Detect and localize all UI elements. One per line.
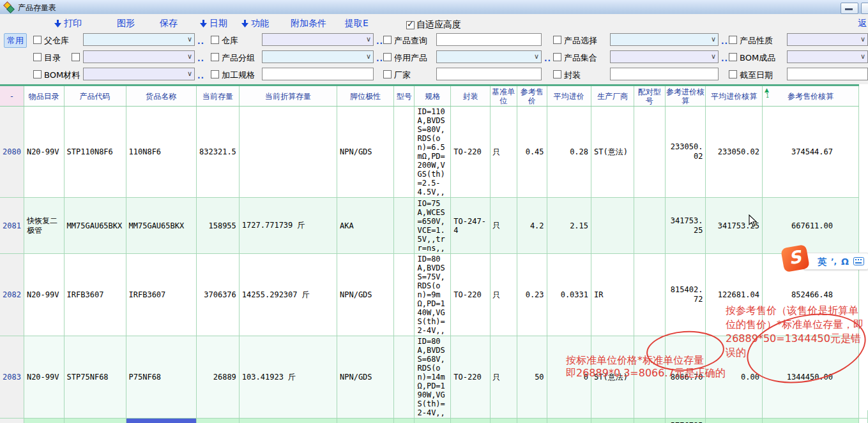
cell-rownum[interactable]: 2084 xyxy=(0,419,24,423)
col-header-pin-polarity[interactable]: 脚位极性 xyxy=(337,85,393,107)
browse-dots-button[interactable]: .. xyxy=(721,54,728,63)
col-header-converted-stock[interactable]: 当前折算存量 xyxy=(239,85,337,107)
cell-manufacturer[interactable]: ST(意法) xyxy=(591,107,634,198)
extra-conditions-button[interactable]: 附加条件 xyxy=(291,18,326,29)
cell-model[interactable] xyxy=(394,198,415,254)
cell-ref-price-calc[interactable]: 667611.00 xyxy=(762,198,858,254)
cell-pin-polarity[interactable]: NPN/GDS xyxy=(337,254,393,336)
tab-common[interactable]: 常用 xyxy=(4,33,27,48)
punctuation-icon[interactable]: ’, xyxy=(831,257,837,266)
filter-checkbox[interactable] xyxy=(729,53,737,61)
cell-paired-model[interactable] xyxy=(634,419,665,423)
filter-dropdown[interactable]: ∨ xyxy=(83,50,195,63)
sort-ascending-icon[interactable]: ▲1 xyxy=(765,87,769,99)
cell-extra[interactable] xyxy=(859,419,868,423)
date-button[interactable]: 日期 xyxy=(200,18,227,29)
graph-button[interactable]: 图形 xyxy=(117,18,135,29)
filter-checkbox[interactable] xyxy=(553,70,561,78)
filter-checkbox[interactable] xyxy=(729,36,737,44)
cell-avg-cost[interactable]: 0.0331 xyxy=(547,254,591,336)
cell-converted-stock[interactable] xyxy=(239,107,337,198)
cell-ref-price[interactable]: 26 xyxy=(517,419,547,423)
cell-item-category[interactable]: 其它 xyxy=(24,419,64,423)
cell-converted-stock[interactable]: 1727.771739 斤 xyxy=(239,198,337,254)
col-header-ref-price-calc[interactable]: ▲1参考售价核算 xyxy=(762,85,858,107)
filter-checkbox[interactable] xyxy=(211,53,219,61)
filter-checkbox[interactable] xyxy=(383,53,392,61)
cell-base-unit[interactable]: 只 xyxy=(490,254,517,336)
cell-package[interactable]: TO-247-4 xyxy=(451,198,490,254)
filter-checkbox[interactable] xyxy=(553,53,561,61)
cell-pin-polarity[interactable]: NPN/GDS xyxy=(337,107,393,198)
col-header-ref-cost-calc[interactable]: 参考进价核算 xyxy=(665,85,706,107)
cell-converted-stock[interactable]: 14255.292307 斤 xyxy=(239,254,337,336)
cell-paired-model[interactable] xyxy=(634,254,665,336)
col-header-manufacturer[interactable]: 生产厂商 xyxy=(591,85,634,107)
sogou-logo-icon[interactable]: S xyxy=(780,244,810,272)
filter-checkbox[interactable] xyxy=(33,36,42,44)
cell-pin-polarity[interactable]: AKA xyxy=(337,198,393,254)
col-header-spec[interactable]: 规格 xyxy=(415,85,451,107)
filter-input[interactable] xyxy=(787,68,868,80)
browse-dots-button[interactable]: .. xyxy=(376,54,383,63)
cell-rownum[interactable]: 2081 xyxy=(0,198,24,254)
cell-ref-price-calc[interactable]: 374544.67 xyxy=(762,107,858,198)
cell-spec[interactable]: ID=80A,BVDSS=75V,RDS(on)=9mΩ,PD=140W,VGS… xyxy=(415,254,451,336)
cell-model[interactable] xyxy=(394,419,415,423)
cell-product-code[interactable]: FWQHZG xyxy=(64,419,126,423)
minimize-button[interactable] xyxy=(841,3,858,14)
filter-input[interactable] xyxy=(262,68,374,80)
cell-base-unit[interactable]: 只 xyxy=(490,419,517,423)
cell-spec[interactable]: ,,,,,, xyxy=(415,419,451,423)
filter-dropdown[interactable]: ∨ xyxy=(436,50,542,63)
cell-avg-cost[interactable]: 0.28 xyxy=(547,107,591,198)
cell-ref-price[interactable]: 4.2 xyxy=(517,198,547,254)
browse-dots-button[interactable]: .. xyxy=(197,71,204,80)
browse-dots-button[interactable]: .. xyxy=(721,37,728,46)
col-header-model[interactable]: 型号 xyxy=(394,85,415,107)
filter-dropdown[interactable]: ∨ xyxy=(262,33,374,46)
filter-dropdown[interactable]: ∨ xyxy=(610,50,719,63)
cell-manufacturer[interactable] xyxy=(591,419,634,423)
sogou-ime-toolbar[interactable]: 英 ’, Ω xyxy=(803,253,868,270)
cell-pin-polarity[interactable]: NPN/GDS xyxy=(337,336,393,419)
filter-input[interactable] xyxy=(436,68,542,80)
cell-avg-cost[interactable]: 47 xyxy=(547,419,591,423)
filter-dropdown[interactable]: ∨ xyxy=(787,33,868,46)
col-header-avg-cost[interactable]: 平均进价 xyxy=(547,85,591,107)
save-button[interactable]: 保存 xyxy=(160,18,178,29)
filter-dropdown[interactable]: ∨ xyxy=(262,50,374,63)
cell-rownum[interactable]: 2080 xyxy=(0,107,24,198)
filter-checkbox[interactable] xyxy=(33,53,42,61)
filter-checkbox[interactable] xyxy=(33,70,42,78)
cell-item-category[interactable]: 快恢复二极管 xyxy=(24,198,64,254)
col-header-item-category[interactable]: 物品目录 xyxy=(24,85,64,107)
filter-dropdown[interactable]: ∨ xyxy=(83,33,195,46)
cell-product-code[interactable]: MM75GAU65BKX xyxy=(64,198,126,254)
cell-current-stock[interactable]: 26889 xyxy=(197,336,240,419)
cell-rownum[interactable]: 2082 xyxy=(0,254,24,336)
filter-dropdown[interactable]: ∨ xyxy=(787,50,868,63)
cell-ref-price[interactable]: 50 xyxy=(517,336,547,419)
cell-ref-price[interactable]: 0.23 xyxy=(517,254,547,336)
browse-dots-button[interactable]: .. xyxy=(376,37,383,46)
col-header-ref-price[interactable]: 参考售价 xyxy=(517,85,547,107)
cell-paired-model[interactable] xyxy=(634,198,665,254)
cell-base-unit[interactable]: 只 xyxy=(490,107,517,198)
symbol-icon[interactable]: Ω xyxy=(841,257,849,266)
filter-dropdown[interactable]: ∨ xyxy=(610,33,719,46)
filter-checkbox[interactable] xyxy=(383,70,392,78)
filter-checkbox[interactable] xyxy=(553,36,561,44)
cell-item-category[interactable]: N20-99V xyxy=(24,254,64,336)
col-header-rownum[interactable]: - xyxy=(0,85,24,107)
col-header-package[interactable]: 封装 xyxy=(451,85,490,107)
cell-item-category[interactable]: N20-99V xyxy=(24,336,64,419)
keyboard-icon[interactable] xyxy=(853,257,864,265)
cell-avg-cost[interactable]: 2.15 xyxy=(547,198,591,254)
cell-manufacturer[interactable] xyxy=(591,198,634,254)
filter-dropdown[interactable]: ∨ xyxy=(83,68,195,80)
cell-ref-cost-calc[interactable]: 815402.72 xyxy=(665,254,706,336)
col-header-paired-model[interactable]: 配对型号 xyxy=(634,85,665,107)
cell-current-stock[interactable]: 158955 xyxy=(197,198,240,254)
cell-converted-stock[interactable]: 3667.8 斤 xyxy=(239,419,337,423)
